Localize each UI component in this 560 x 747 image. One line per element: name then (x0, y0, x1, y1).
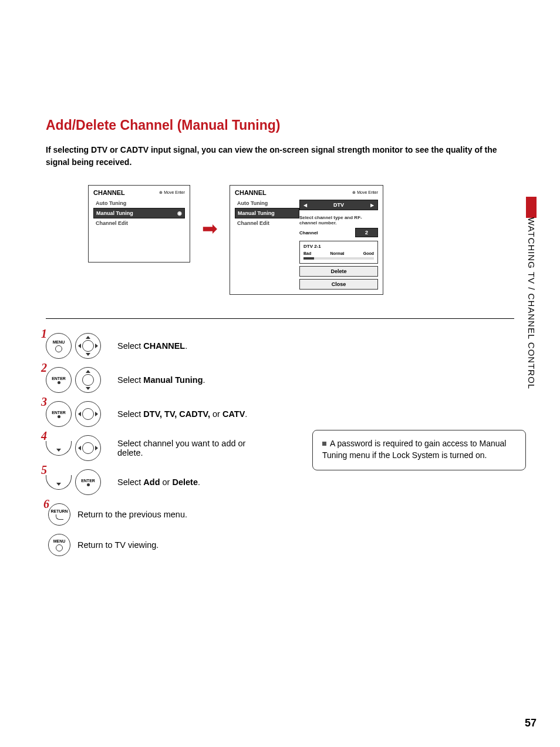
step-3: 3 ENTER Select DTV, TV, CADTV, or CATV. (46, 401, 514, 427)
step-4-text: Select channel you want to add or delete… (117, 439, 264, 457)
osd1-item-edit: Channel Edit (93, 218, 185, 228)
signal-strength: DTV 2-1 Bad Normal Good (299, 241, 378, 264)
dpad-updown-icon (75, 367, 101, 393)
return-button-icon: RETURN (48, 503, 70, 526)
channel-label: Channel (299, 230, 318, 235)
step-num: 2 (41, 361, 47, 375)
step-5-text: Select Add or Delete. (117, 477, 200, 487)
arrow-right-icon: ➡ (202, 217, 218, 240)
step-5: 5 ENTER Select Add or Delete. (46, 469, 514, 495)
osd2-item-manual: Manual Tuning (235, 208, 299, 218)
osd-channel-menu: CHANNEL ⊕ Move Enter Auto Tuning Manual … (88, 185, 190, 263)
channel-type-selector: ◀ DTV ▶ (299, 200, 378, 210)
step-1-text: Select CHANNEL. (117, 341, 187, 351)
current-channel: DTV 2-1 (303, 244, 374, 249)
step-2: 2 ENTER Select Manual Tuning. (46, 367, 514, 393)
step-6-text: Return to the previous menu. (77, 510, 187, 519)
down-half-icon (46, 441, 72, 456)
osd2-item-edit: Channel Edit (235, 218, 299, 228)
intro-text: If selecting DTV or CADTV input signal, … (46, 144, 514, 169)
close-button: Close (299, 279, 378, 290)
menu-button-icon: MENU (46, 333, 72, 359)
delete-button: Delete (299, 266, 378, 277)
note-text: A password is required to gain access to… (322, 439, 506, 460)
step-3-text: Select DTV, TV, CADTV, or CATV. (117, 409, 247, 419)
right-arrow-icon: ▶ (367, 203, 377, 208)
divider (46, 318, 514, 319)
step-7-text: Return to TV viewing. (77, 540, 158, 550)
step-6: 6 RETURN Return to the previous menu. (46, 503, 514, 526)
enter-button-icon: ENTER (46, 401, 72, 427)
osd1-item-auto: Auto Tuning (93, 198, 185, 208)
step-1: 1 MENU Select CHANNEL. (46, 333, 514, 359)
osd2-item-auto: Auto Tuning (235, 198, 299, 208)
enter-button-icon: ENTER (46, 367, 72, 393)
osd2-title: CHANNEL (235, 189, 266, 196)
page-title: Add/Delete Channel (Manual Tuning) (46, 117, 514, 133)
osd1-hints: ⊕ Move Enter (159, 190, 185, 195)
page-number: 57 (525, 717, 537, 729)
note-box: A password is required to gain access to… (312, 430, 526, 470)
down-half-icon (46, 475, 72, 490)
menu-button-icon: MENU (48, 534, 70, 556)
dpad-all-icon (75, 333, 101, 359)
step-num: 3 (41, 395, 47, 409)
osd2-instruction: Select channel type and RF-channel numbe… (299, 215, 378, 226)
dpad-leftright-icon (75, 435, 101, 461)
signal-bar (303, 257, 374, 260)
osd-manual-tuning: CHANNEL ⊕ Move Enter Auto Tuning Manual … (230, 185, 383, 295)
osd-screenshots: CHANNEL ⊕ Move Enter Auto Tuning Manual … (46, 185, 514, 295)
dpad-leftright-icon (75, 401, 101, 427)
step-7: MENU Return to TV viewing. (46, 534, 514, 556)
step-num: 6 (43, 497, 49, 511)
enter-button-icon: ENTER (75, 469, 101, 495)
left-arrow-icon: ◀ (300, 203, 311, 208)
channel-value: 2 (355, 228, 378, 237)
step-2-text: Select Manual Tuning. (117, 375, 205, 385)
enter-icon: ◉ (177, 210, 182, 216)
osd2-hints: ⊕ Move Enter (352, 190, 378, 195)
osd1-item-manual: Manual Tuning◉ (93, 208, 185, 218)
step-num: 1 (41, 327, 47, 341)
osd1-title: CHANNEL (93, 189, 125, 196)
bullet-square-icon (322, 442, 326, 446)
